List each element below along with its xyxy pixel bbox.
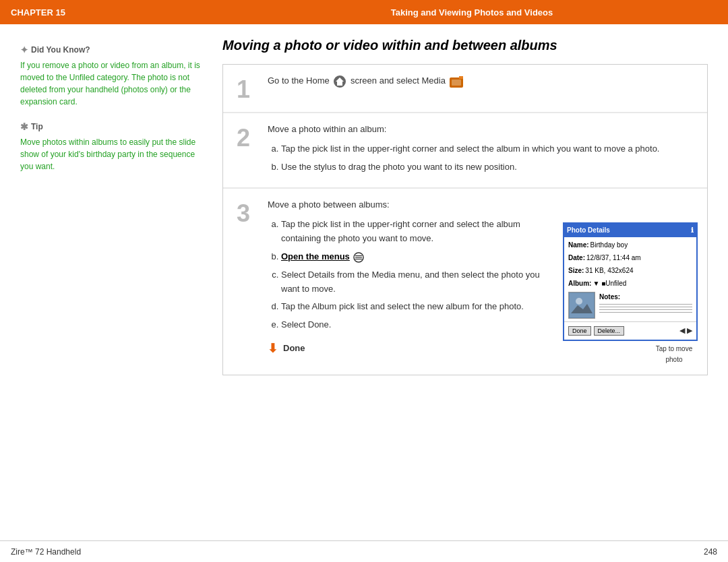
did-you-know-heading: ✦ Did You Know? — [20, 44, 202, 55]
footer-brand: Zire™ 72 Handheld — [11, 547, 81, 557]
svg-rect-9 — [570, 293, 594, 317]
info-icon: ℹ — [691, 225, 694, 236]
step-3-row: Move a photo between albums: Tap the pic… — [268, 198, 698, 365]
name-label: Name: — [568, 240, 589, 251]
step-1-text: Go to the Home screen and select Media — [268, 74, 698, 88]
size-label: Size: — [568, 266, 584, 276]
size-value: 31 KB, 432x624 — [585, 266, 633, 276]
dialog-footer: Done Delete... ◀ ▶ — [564, 321, 696, 340]
step-3-b: Open the menus — [281, 250, 556, 264]
did-you-know-text: If you remove a photo or video from an a… — [20, 59, 202, 108]
date-value: 12/8/37, 11:44 am — [586, 253, 641, 263]
page-footer: Zire™ 72 Handheld 248 — [0, 540, 728, 562]
menu-icon — [353, 250, 364, 264]
done-section: ⬇ Done — [268, 339, 556, 358]
page-title: Moving a photo or video within and betwe… — [222, 38, 708, 53]
step-2-list: Tap the pick list in the upper-right cor… — [281, 142, 698, 175]
date-field: Date: 12/8/37, 11:44 am — [568, 253, 692, 263]
step-1: 1 Go to the Home screen and select Media — [223, 65, 707, 112]
step-3-content: Move a photo between albums: Tap the pic… — [264, 189, 707, 375]
album-value: ▼ ■Unfiled — [593, 278, 626, 289]
home-icon — [333, 74, 346, 88]
step-3-e: Select Done. — [281, 318, 556, 332]
dialog-header: Photo Details ℹ — [564, 224, 696, 237]
step-2: 2 Move a photo within an album: Tap the … — [223, 113, 707, 187]
step-3-list: Tap the pick list in the upper-right cor… — [281, 218, 556, 332]
step-3-c: Select Details from the Media menu, and … — [281, 268, 556, 296]
header-title: Taking and Viewing Photos and Videos — [226, 7, 717, 18]
tip-heading: ✱ Tip — [20, 121, 202, 132]
sidebar: ✦ Did You Know? If you remove a photo or… — [0, 24, 216, 540]
plus-icon: ✦ — [20, 44, 28, 55]
notes-label: Notes: — [599, 292, 692, 303]
size-field: Size: 31 KB, 432x624 — [568, 266, 692, 276]
name-value: Birthday boy — [590, 240, 628, 251]
step-3: 3 Move a photo between albums: Tap the p… — [223, 189, 707, 375]
delete-button[interactable]: Delete... — [594, 326, 625, 336]
step-3-d: Tap the Album pick list and select the n… — [281, 300, 556, 314]
step-2-content: Move a photo within an album: Tap the pi… — [264, 113, 707, 187]
nav-arrows[interactable]: ◀ ▶ — [679, 325, 692, 337]
notes-area: Notes: — [599, 292, 692, 319]
step-3-number: 3 — [223, 189, 264, 375]
done-button[interactable]: Done — [568, 326, 591, 336]
open-menus-link[interactable]: Open the menus — [281, 251, 350, 261]
svg-marker-3 — [459, 76, 463, 79]
media-icon — [450, 74, 466, 88]
step-3-intro: Move a photo between albums: — [268, 198, 556, 212]
asterisk-icon: ✱ — [20, 121, 28, 132]
did-you-know-section: ✦ Did You Know? If you remove a photo or… — [20, 44, 202, 108]
tip-text: Move photos within albums to easily put … — [20, 136, 202, 173]
step-2-b: Use the stylus to drag the photo you wan… — [281, 160, 698, 175]
step-3-side: Photo Details ℹ Name: Birthday boy — [556, 218, 698, 365]
svg-rect-4 — [452, 80, 461, 86]
tap-to-move-label: Tap to move photo — [650, 344, 698, 365]
step-1-content: Go to the Home screen and select Media — [264, 65, 707, 112]
tip-section: ✱ Tip Move photos within albums to easil… — [20, 121, 202, 173]
step-2-intro: Move a photo within an album: — [268, 123, 698, 137]
step-3-a: Tap the pick list in the upper-right cor… — [281, 218, 556, 246]
album-label: Album: — [568, 278, 591, 289]
page-header: CHAPTER 15 Taking and Viewing Photos and… — [0, 0, 728, 24]
steps-container: 1 Go to the Home screen and select Media — [222, 64, 708, 375]
album-field: Album: ▼ ■Unfiled — [568, 278, 692, 289]
svg-point-10 — [576, 298, 582, 305]
dialog-body: Name: Birthday boy Date: 12/8/37, 11:44 … — [564, 237, 696, 321]
footer-page: 248 — [704, 547, 717, 557]
done-arrow-icon: ⬇ — [268, 339, 278, 358]
step-2-a: Tap the pick list in the upper-right cor… — [281, 142, 698, 156]
name-field: Name: Birthday boy — [568, 240, 692, 251]
step-2-number: 2 — [223, 113, 264, 187]
step-1-number: 1 — [223, 65, 264, 112]
dialog-title: Photo Details — [567, 225, 610, 236]
date-label: Date: — [568, 253, 585, 263]
main-layout: ✦ Did You Know? If you remove a photo or… — [0, 24, 728, 540]
done-label: Done — [283, 342, 305, 356]
photo-details-dialog: Photo Details ℹ Name: Birthday boy — [563, 222, 698, 341]
step-3-text-block: Move a photo between albums: Tap the pic… — [268, 198, 556, 358]
photo-thumbnail — [568, 292, 595, 319]
content-area: Moving a photo or video within and betwe… — [216, 24, 728, 540]
chapter-label: CHAPTER 15 — [11, 7, 226, 18]
dialog-row: Notes: — [568, 292, 692, 319]
